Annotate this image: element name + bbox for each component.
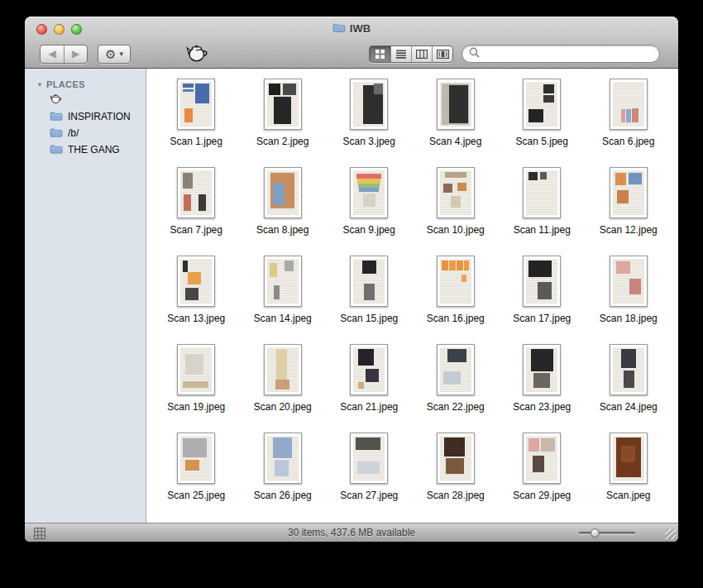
- file-name[interactable]: Scan 14.jpeg: [254, 313, 312, 324]
- file-name[interactable]: Scan 25.jpeg: [167, 490, 225, 501]
- file-thumbnail[interactable]: [264, 167, 302, 218]
- file-name[interactable]: Scan 5.jpeg: [516, 136, 568, 147]
- file-name[interactable]: Scan 8.jpeg: [256, 224, 308, 236]
- file-thumbnail[interactable]: [523, 433, 561, 484]
- file-item[interactable]: Scan 4.jpeg: [413, 79, 500, 167]
- column-view-button[interactable]: [411, 46, 432, 62]
- file-item[interactable]: Scan 16.jpeg: [413, 256, 500, 344]
- zoom-button[interactable]: [71, 24, 82, 35]
- file-name[interactable]: Scan 10.jpeg: [427, 224, 485, 236]
- file-name[interactable]: Scan 1.jpeg: [170, 136, 222, 147]
- back-button[interactable]: ◀: [41, 45, 64, 63]
- file-item[interactable]: Scan 20.jpeg: [240, 344, 327, 433]
- file-name[interactable]: Scan 4.jpeg: [429, 136, 481, 147]
- file-thumbnail[interactable]: [177, 256, 215, 307]
- file-thumbnail[interactable]: [437, 256, 475, 307]
- file-item[interactable]: Scan 14.jpeg: [240, 256, 327, 344]
- file-name[interactable]: Scan 17.jpeg: [513, 313, 571, 324]
- file-item[interactable]: Scan 13.jpeg: [153, 256, 240, 344]
- file-thumbnail[interactable]: [350, 433, 388, 484]
- file-thumbnail[interactable]: [523, 167, 561, 218]
- file-name[interactable]: Scan 24.jpeg: [600, 401, 658, 413]
- file-item[interactable]: Scan 27.jpeg: [326, 433, 413, 521]
- sidebar-section-places[interactable]: ▼ PLACES: [25, 77, 146, 92]
- list-view-button[interactable]: [390, 46, 411, 62]
- file-item[interactable]: Scan 10.jpeg: [413, 167, 500, 256]
- disclosure-triangle-icon[interactable]: ▼: [36, 81, 43, 88]
- coverflow-view-button[interactable]: [432, 46, 452, 62]
- file-item[interactable]: Scan 12.jpeg: [586, 167, 672, 256]
- file-thumbnail[interactable]: [610, 167, 648, 218]
- file-name[interactable]: Scan 21.jpeg: [340, 401, 398, 413]
- file-item[interactable]: Scan 8.jpeg: [240, 167, 327, 256]
- file-thumbnail[interactable]: [350, 79, 388, 130]
- file-name[interactable]: Scan 13.jpeg: [167, 313, 225, 324]
- file-item[interactable]: Scan 7.jpeg: [153, 167, 240, 256]
- file-item[interactable]: Scan 15.jpeg: [326, 256, 413, 344]
- file-name[interactable]: Scan 11.jpeg: [514, 224, 571, 236]
- file-name[interactable]: Scan 15.jpeg: [340, 313, 398, 324]
- file-thumbnail[interactable]: [264, 433, 302, 484]
- search-field[interactable]: [461, 45, 660, 63]
- slider-knob[interactable]: [591, 528, 600, 538]
- file-name[interactable]: Scan 7.jpeg: [170, 224, 222, 236]
- file-grid[interactable]: Scan 1.jpegScan 2.jpegScan 3.jpegScan 4.…: [146, 69, 678, 523]
- forward-button[interactable]: ▶: [64, 45, 87, 63]
- resize-grip[interactable]: [665, 528, 676, 539]
- file-name[interactable]: Scan 28.jpeg: [427, 490, 485, 501]
- file-item[interactable]: Scan 26.jpeg: [240, 433, 327, 521]
- sidebar-item--b-[interactable]: /b/: [25, 125, 146, 141]
- file-thumbnail[interactable]: [610, 433, 648, 484]
- file-item[interactable]: Scan 23.jpeg: [499, 344, 586, 433]
- icon-size-toggle-icon[interactable]: [33, 527, 46, 543]
- icon-size-slider[interactable]: [579, 532, 635, 534]
- file-name[interactable]: Scan 16.jpeg: [427, 313, 485, 324]
- search-input[interactable]: [484, 48, 653, 60]
- file-item[interactable]: Scan 18.jpeg: [586, 256, 672, 344]
- file-thumbnail[interactable]: [610, 256, 648, 307]
- file-thumbnail[interactable]: [350, 167, 388, 218]
- file-thumbnail[interactable]: [264, 256, 302, 307]
- sidebar-item-the-gang[interactable]: THE GANG: [25, 141, 146, 158]
- file-thumbnail[interactable]: [437, 79, 475, 130]
- file-name[interactable]: Scan 18.jpeg: [600, 313, 658, 324]
- file-name[interactable]: Scan 22.jpeg: [427, 401, 485, 413]
- file-item[interactable]: Scan 17.jpeg: [499, 256, 586, 344]
- file-name[interactable]: Scan 2.jpeg: [256, 136, 308, 147]
- file-thumbnail[interactable]: [350, 256, 388, 307]
- file-thumbnail[interactable]: [350, 344, 388, 395]
- file-thumbnail[interactable]: [177, 79, 215, 130]
- file-item[interactable]: Scan 2.jpeg: [240, 79, 327, 167]
- file-item[interactable]: Scan 24.jpeg: [586, 344, 672, 433]
- file-item[interactable]: Scan 25.jpeg: [153, 433, 240, 521]
- file-item[interactable]: Scan 1.jpeg: [153, 79, 240, 167]
- file-item[interactable]: Scan 3.jpeg: [326, 79, 413, 167]
- file-thumbnail[interactable]: [437, 433, 475, 484]
- file-thumbnail[interactable]: [177, 344, 215, 395]
- file-thumbnail[interactable]: [523, 344, 561, 395]
- sidebar-item-inspiration[interactable]: INSPIRATION: [25, 108, 146, 125]
- file-item[interactable]: Scan 19.jpeg: [153, 344, 240, 433]
- file-item[interactable]: Scan 21.jpeg: [326, 344, 413, 433]
- file-thumbnail[interactable]: [177, 433, 215, 484]
- file-item[interactable]: Scan.jpeg: [586, 433, 672, 521]
- file-thumbnail[interactable]: [177, 167, 215, 218]
- file-thumbnail[interactable]: [610, 79, 648, 130]
- file-name[interactable]: Scan 9.jpeg: [343, 224, 395, 236]
- file-name[interactable]: Scan 20.jpeg: [254, 401, 312, 413]
- file-thumbnail[interactable]: [437, 167, 475, 218]
- icon-view-button[interactable]: [370, 46, 390, 62]
- file-name[interactable]: Scan.jpeg: [606, 490, 650, 501]
- file-name[interactable]: Scan 3.jpeg: [343, 136, 395, 147]
- title-bar[interactable]: IWB: [25, 17, 678, 40]
- file-item[interactable]: Scan 5.jpeg: [499, 79, 586, 167]
- file-name[interactable]: Scan 12.jpeg: [600, 224, 658, 236]
- file-name[interactable]: Scan 26.jpeg: [254, 490, 312, 501]
- file-name[interactable]: Scan 6.jpeg: [602, 136, 654, 147]
- file-thumbnail[interactable]: [523, 256, 561, 307]
- file-name[interactable]: Scan 29.jpeg: [513, 490, 571, 501]
- file-item[interactable]: Scan 28.jpeg: [413, 433, 500, 521]
- action-menu-button[interactable]: ⚙ ▾: [98, 45, 131, 64]
- file-item[interactable]: Scan 22.jpeg: [413, 344, 500, 433]
- file-thumbnail[interactable]: [610, 344, 648, 395]
